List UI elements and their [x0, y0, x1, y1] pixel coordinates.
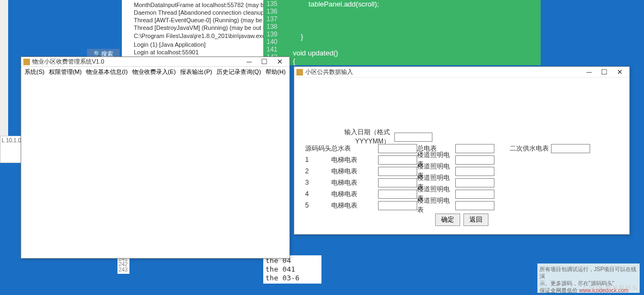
menu-system[interactable]: 系统(S) [22, 68, 47, 76]
tree-item[interactable]: Thread [AWT-EventQueue-0] (Running) (may… [123, 16, 262, 24]
corridor-light-input[interactable] [455, 167, 494, 176]
corridor-light-input[interactable] [455, 201, 494, 210]
menu-history[interactable]: 历史记录查询(Q) [214, 68, 263, 76]
tree-item[interactable]: Thread [DestroyJavaVM] (Running) (may be… [123, 24, 262, 32]
elevator-elec-input[interactable] [378, 190, 417, 199]
left-strip [0, 0, 8, 136]
menu-permission[interactable]: 权限管理(M) [47, 68, 84, 76]
property-mgmt-window[interactable]: 物业小区收费管理系统V1.0 ─ ☐ ✕ 系统(S) 权限管理(M) 物业基本信… [21, 57, 290, 259]
meter-row: 2电梯电表楼道照明电表 [305, 166, 618, 176]
window-title: 物业小区收费管理系统V1.0 [32, 58, 242, 66]
ok-button[interactable]: 确定 [435, 214, 460, 226]
menu-report[interactable]: 报表输出(P) [178, 68, 214, 76]
tree-item[interactable]: Login at localhost:55901 [123, 48, 262, 56]
menubar[interactable]: 系统(S) 权限管理(M) 物业基本信息(I) 物业收费录入(E) 报表输出(P… [21, 67, 289, 77]
window-title: 小区公共数据输入 [305, 68, 581, 76]
menu-property-info[interactable]: 物业基本信息(I) [84, 68, 129, 76]
close-button[interactable]: ✕ [272, 58, 287, 66]
tree-item[interactable]: MonthDataInputFrame at localhost:55782 (… [123, 1, 262, 9]
row-num: 2 [305, 167, 331, 175]
back-button[interactable]: 返回 [463, 214, 488, 226]
app-icon [23, 59, 30, 65]
titlebar[interactable]: 小区公共数据输入 ─ ☐ ✕ [294, 67, 629, 78]
date-row: 输入日期（格式YYYYMM） [305, 132, 618, 142]
total-elec-input[interactable] [455, 144, 494, 153]
close-button[interactable]: ✕ [612, 67, 627, 77]
row-num: 4 [305, 190, 331, 198]
corridor-light-input[interactable] [455, 190, 494, 199]
elevator-elec-label: 电梯电表 [331, 201, 378, 210]
row-num: 3 [305, 179, 331, 186]
elevator-elec-label: 电梯电表 [331, 190, 378, 199]
tree-item[interactable]: C:\Program Files\Java\jre1.8.0_201\bin\j… [123, 32, 262, 41]
corridor-light-input[interactable] [455, 178, 494, 187]
button-row: 确定 返回 [305, 214, 618, 226]
second-water-elec-label: 二次供水电表 [510, 144, 551, 153]
total-water-label: 总水表 [331, 144, 378, 153]
row-num: 5 [305, 202, 331, 209]
total-water-input[interactable] [378, 144, 417, 153]
elevator-elec-input[interactable] [378, 167, 417, 176]
menu-fee-input[interactable]: 物业收费录入(E) [130, 68, 178, 76]
meter-row: 5电梯电表楼道照明电表 [305, 200, 618, 210]
second-water-elec-input[interactable] [551, 144, 590, 153]
elevator-elec-label: 电梯电表 [331, 178, 378, 187]
window1-content [21, 77, 289, 258]
source-label: 源码码头 [305, 144, 331, 153]
tree-item[interactable]: Login (1) [Java Application] [123, 41, 262, 48]
ad-line1: 所有项目包调试运行，JSP项目可以在线演 [540, 266, 637, 280]
tree-item[interactable]: Daemon Thread [Abandoned connection clea… [123, 9, 262, 16]
header-row: 源码码头 总水表 总电表 二次供水电表 [305, 143, 618, 153]
corridor-light-input[interactable] [455, 155, 494, 165]
minimize-button[interactable]: ─ [242, 58, 257, 66]
elevator-elec-label: 电梯电表 [331, 155, 378, 165]
elevator-elec-input[interactable] [378, 178, 417, 187]
code-text: tablePanel.add(scroll); } void updated()… [263, 0, 541, 73]
meter-row: 3电梯电表楼道照明电表 [305, 178, 618, 187]
corridor-light-label: 楼道照明电表 [417, 196, 455, 215]
watermark: CSDN @源码码头 [584, 284, 639, 292]
date-input[interactable] [394, 133, 432, 142]
elevator-elec-input[interactable] [378, 155, 417, 165]
meter-row: 4电梯电表楼道照明电表 [305, 189, 618, 199]
meter-row: 1电梯电表楼道照明电表 [305, 155, 618, 165]
app-icon [296, 69, 303, 76]
elevator-elec-input[interactable] [378, 201, 417, 210]
row-num: 1 [305, 156, 331, 164]
elevator-elec-label: 电梯电表 [331, 167, 378, 176]
menu-help[interactable]: 帮助(H) [263, 68, 288, 76]
minimize-button[interactable]: ─ [581, 67, 597, 77]
code-editor[interactable]: 135136137 138139140 141142143 tablePanel… [263, 0, 541, 65]
titlebar[interactable]: 物业小区收费管理系统V1.0 ─ ☐ ✕ [21, 57, 289, 67]
data-input-window[interactable]: 小区公共数据输入 ─ ☐ ✕ 输入日期（格式YYYYMM） 源码码头 总水表 总… [294, 66, 630, 235]
console-output: the 04 the 041 the 03-6 [263, 255, 321, 284]
maximize-button[interactable]: ☐ [257, 58, 272, 66]
form-area: 输入日期（格式YYYYMM） 源码码头 总水表 总电表 二次供水电表 1电梯电表… [294, 78, 629, 231]
maximize-button[interactable]: ☐ [597, 67, 612, 77]
